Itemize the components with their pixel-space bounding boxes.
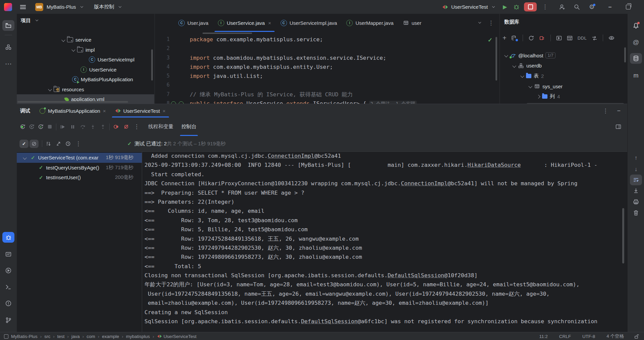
mute-breakpoints-icon[interactable] — [123, 124, 129, 130]
db-refresh-icon[interactable] — [528, 35, 534, 41]
resume-icon[interactable] — [60, 124, 66, 130]
project-widget[interactable]: MyBatis-Plus — [47, 4, 83, 10]
panel-minimize-icon[interactable]: − — [617, 108, 621, 114]
tab-threads-variables[interactable]: 线程和变量 — [144, 117, 177, 136]
ai-assistant-icon[interactable]: @ — [630, 37, 642, 47]
soft-wrap-icon[interactable] — [630, 175, 642, 185]
db-vscrollbar[interactable] — [624, 47, 626, 62]
project-hscrollbar[interactable] — [17, 101, 128, 103]
scroll-to-end-icon[interactable] — [630, 185, 642, 196]
test-row-query[interactable]: ✓ testQueryUsersByAge() 1秒 719毫秒 — [17, 163, 142, 173]
sort-alphabetically-icon[interactable] — [46, 141, 52, 147]
debug-button[interactable] — [513, 4, 519, 10]
tab-user-java[interactable]: C User.java — [174, 14, 213, 32]
tab-userservicetest[interactable]: UserServiceTest × — [111, 104, 170, 117]
structure-tool-button[interactable] — [2, 42, 14, 53]
project-icon[interactable]: MB — [35, 3, 43, 11]
db-item-localhost[interactable]: @localhost 1/7 — [500, 50, 628, 61]
data-source-settings-icon[interactable] — [511, 35, 517, 41]
run-more-kebab-icon[interactable]: ⋮ — [542, 4, 548, 10]
db-item-columns-folder[interactable]: 列 4 — [500, 91, 628, 102]
clear-console-trash-icon[interactable] — [630, 207, 642, 218]
tab-usermapper-java[interactable]: I UserMapper.java — [342, 14, 398, 32]
tab-user-table[interactable]: user — [398, 14, 426, 32]
editor-vscrollbar[interactable] — [495, 37, 497, 81]
console-down-stack-icon[interactable]: ↓ — [630, 164, 642, 175]
search-icon[interactable] — [574, 4, 580, 10]
console-vscrollbar[interactable] — [622, 208, 624, 263]
chevron-down-icon[interactable] — [520, 74, 524, 78]
tab-userserviceimpl-java[interactable]: C UserServiceImpl.java — [276, 14, 342, 32]
chevron-down-icon[interactable] — [528, 84, 532, 88]
breadcrumb-item[interactable]: UserServiceTest — [164, 334, 196, 339]
breadcrumb-item[interactable]: com — [86, 334, 95, 339]
stop-disabled-icon[interactable] — [47, 124, 53, 130]
window-restore-button[interactable] — [626, 5, 631, 9]
database-panel-header[interactable]: 数据库 — [500, 14, 628, 30]
test-history-clock-icon[interactable] — [65, 141, 71, 147]
filter-more-kebab-icon[interactable]: ⋮ — [75, 141, 81, 147]
compare-arrows-icon[interactable] — [591, 35, 597, 41]
console-link[interactable]: ConnectionImpl — [268, 153, 314, 159]
tree-item-service[interactable]: service — [17, 35, 154, 45]
console-link[interactable]: HikariDataSource — [468, 162, 521, 168]
chevron-down-icon[interactable] — [512, 64, 516, 67]
query-console-icon[interactable] — [556, 35, 562, 41]
tree-item-mybatisplusapplication[interactable]: C MyBatisPlusApplication — [17, 75, 154, 85]
breadcrumb-item[interactable]: MyBatis-Plus — [11, 334, 38, 339]
debug-more-kebab-icon[interactable]: ⋮ — [134, 124, 139, 130]
editor-options-kebab-icon[interactable]: ⋮ — [488, 20, 494, 26]
profiler-tool-button[interactable] — [2, 249, 14, 259]
main-menu-icon[interactable] — [20, 4, 26, 10]
caret-position-widget[interactable]: 11:2 — [539, 334, 547, 339]
window-minimize-button[interactable]: − — [608, 4, 612, 10]
console-output[interactable]: Added connection com.mysql.cj.jdbc.Conne… — [142, 151, 628, 332]
hidden-tabs-chevron-icon[interactable] — [478, 21, 481, 23]
sort-by-duration-icon[interactable] — [55, 141, 61, 147]
view-breakpoints-icon[interactable] — [113, 124, 119, 130]
line-ending-widget[interactable]: CRLF — [559, 334, 571, 339]
step-out-icon[interactable] — [100, 124, 106, 130]
ddl-icon[interactable]: DDL — [578, 36, 587, 41]
version-control-tool-button[interactable] — [2, 315, 14, 326]
rerun-debug-icon[interactable] — [19, 124, 25, 130]
layout-settings-icon[interactable] — [615, 124, 621, 130]
notifications-bell-icon[interactable] — [630, 20, 642, 31]
database-tool-button[interactable] — [630, 53, 642, 64]
breadcrumb-item[interactable]: src — [44, 334, 50, 339]
close-tab-icon[interactable]: × — [163, 108, 166, 114]
chevron-down-icon[interactable] — [61, 38, 65, 42]
panel-options-kebab-icon[interactable]: ⋮ — [602, 108, 608, 114]
console-link[interactable]: DefaultSqlSession — [388, 272, 444, 279]
step-into-icon[interactable] — [90, 124, 96, 130]
breadcrumb-item[interactable]: example — [102, 334, 119, 339]
chevron-down-icon[interactable] — [23, 156, 26, 159]
breadcrumb-item[interactable]: test — [57, 334, 65, 339]
db-disconnect-icon[interactable] — [539, 35, 545, 41]
close-tab-icon[interactable]: × — [268, 20, 271, 26]
db-item-sys-user[interactable]: sys_user — [500, 81, 628, 92]
breadcrumb[interactable]: MyBatis-Plus›src›test›java›com›example›m… — [0, 334, 196, 339]
services-tool-button[interactable] — [2, 265, 14, 276]
maven-tool-button[interactable]: m — [630, 70, 642, 81]
tree-item-userserviceimpl[interactable]: C UserServiceImpl — [17, 55, 154, 65]
project-panel-header[interactable]: 项目 — [17, 14, 154, 27]
db-item-tables-folder[interactable]: 表 2 — [500, 71, 628, 81]
readonly-lock-icon[interactable] — [633, 333, 639, 339]
step-over-icon[interactable] — [80, 124, 86, 130]
terminal-tool-button[interactable] — [2, 282, 14, 292]
inspections-ok-icon[interactable]: ✓ — [488, 37, 492, 44]
stop-button[interactable] — [524, 2, 537, 11]
add-user-icon[interactable] — [559, 4, 565, 10]
vcs-widget[interactable]: 版本控制 — [94, 4, 121, 10]
breadcrumb-item[interactable]: java — [71, 334, 80, 339]
console-link[interactable]: DefaultSqlSession — [301, 318, 358, 325]
table-view-icon[interactable] — [567, 35, 573, 41]
console-up-stack-icon[interactable]: ↑ — [630, 152, 642, 163]
problems-tool-button[interactable] — [2, 298, 14, 309]
tree-item-userservice[interactable]: I UserService — [17, 65, 154, 75]
show-passed-toggle[interactable]: ✓ — [19, 140, 28, 148]
encoding-widget[interactable]: UTF-8 — [582, 334, 595, 339]
pause-icon[interactable] — [70, 124, 76, 130]
eye-options-icon[interactable] — [608, 35, 614, 41]
